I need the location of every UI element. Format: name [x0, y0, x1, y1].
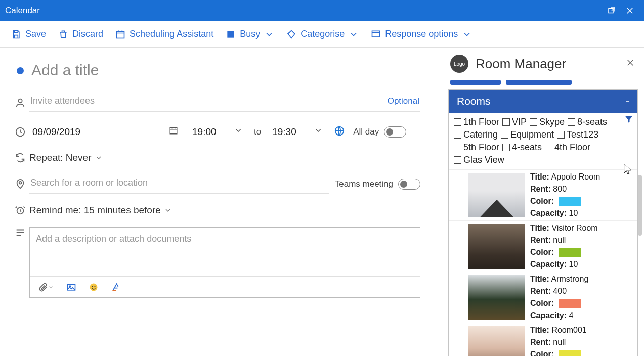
- event-color-dot: [17, 67, 24, 74]
- window-titlebar: Calendar: [0, 0, 644, 21]
- room-checkbox[interactable]: [454, 243, 461, 250]
- busy-dropdown[interactable]: Busy: [226, 29, 274, 39]
- filter-checkbox[interactable]: 1th Floor: [454, 117, 499, 127]
- svg-rect-1: [117, 31, 124, 38]
- clock-icon: [11, 126, 29, 138]
- filter-checkbox[interactable]: Catering: [454, 129, 498, 140]
- emoji-button[interactable]: [89, 282, 99, 292]
- repeat-dropdown[interactable]: Repeat: Never: [29, 152, 103, 163]
- room-checkbox[interactable]: [454, 192, 461, 199]
- room-image: [468, 224, 525, 269]
- close-pane-icon[interactable]: [626, 58, 635, 70]
- command-toolbar: Save Discard Scheduling Assistant Busy C…: [0, 21, 644, 48]
- save-button[interactable]: Save: [11, 29, 46, 39]
- room-list: Title: Appolo RoomRent: 800Color: Capaci…: [449, 169, 637, 356]
- repeat-icon: [11, 152, 29, 163]
- timezone-icon[interactable]: [334, 125, 345, 139]
- room-info: Title: Appolo RoomRent: 800Color: Capaci…: [530, 171, 634, 219]
- svg-point-4: [18, 99, 22, 103]
- svg-rect-0: [609, 9, 613, 13]
- svg-point-13: [92, 286, 93, 287]
- title-input[interactable]: [29, 59, 420, 82]
- room-manager-pane: Logo Room Manager Rooms -: [441, 48, 644, 356]
- room-manager-title: Room Manager: [476, 56, 619, 72]
- room-item: Title: Room001Rent: nullColor: Capacity:…: [449, 323, 637, 356]
- room-info: Title: Room001Rent: nullColor: Capacity:…: [530, 324, 634, 356]
- insert-image-button[interactable]: [66, 282, 76, 292]
- scrollbar[interactable]: [638, 155, 643, 356]
- svg-rect-6: [170, 128, 177, 134]
- location-icon: [11, 179, 29, 190]
- room-item: Title: Visitor RoomRent: nullColor: Capa…: [449, 220, 637, 272]
- description-toolbar: [30, 276, 420, 297]
- filter-checkbox[interactable]: Equipment: [501, 129, 554, 140]
- filter-checkbox[interactable]: 4-seats: [502, 142, 542, 153]
- teams-meeting-toggle[interactable]: [398, 179, 420, 190]
- chevron-down-icon: [234, 126, 243, 138]
- filter-checkbox[interactable]: Glas View: [454, 155, 504, 165]
- action-pill[interactable]: [506, 80, 572, 85]
- room-item: Title: Appolo RoomRent: 800Color: Capaci…: [449, 169, 637, 220]
- optional-button[interactable]: Optional: [388, 96, 419, 106]
- filter-checkbox[interactable]: 4th Floor: [545, 142, 590, 153]
- categorise-dropdown[interactable]: Categorise: [286, 29, 359, 39]
- room-info: Title: ArmstrongRent: 400Color: Capacity…: [530, 273, 634, 322]
- room-filters: 1th FloorVIPSkype8-seatsCateringEquipmen…: [449, 113, 637, 169]
- svg-rect-2: [227, 31, 234, 37]
- room-image: [468, 326, 525, 356]
- calendar-icon: [169, 126, 178, 138]
- room-checkbox[interactable]: [454, 294, 461, 301]
- close-icon[interactable]: [621, 2, 639, 20]
- svg-rect-3: [372, 31, 380, 37]
- discard-button[interactable]: Discard: [58, 29, 103, 39]
- filter-checkbox[interactable]: Skype: [530, 117, 565, 127]
- teams-meeting-label: Teams meeting: [335, 179, 393, 189]
- rooms-panel-header[interactable]: Rooms -: [449, 90, 637, 113]
- svg-point-8: [19, 182, 22, 184]
- action-pill[interactable]: [450, 80, 501, 85]
- filter-checkbox[interactable]: 8-seats: [568, 117, 607, 127]
- room-info: Title: Visitor RoomRent: nullColor: Capa…: [530, 222, 634, 271]
- description-input[interactable]: [30, 228, 420, 276]
- event-editor: Optional 09/09/2019 19:00 to: [0, 48, 441, 356]
- room-image: [468, 173, 525, 217]
- filter-checkbox[interactable]: 5th Floor: [454, 142, 499, 153]
- allday-label: All day: [353, 127, 379, 137]
- response-options-dropdown[interactable]: Response options: [371, 29, 472, 39]
- description-icon: [11, 227, 29, 238]
- filter-checkbox[interactable]: VIP: [502, 117, 527, 127]
- people-icon: [11, 97, 29, 108]
- start-time-input[interactable]: 19:00: [189, 123, 246, 141]
- window-title: Calendar: [5, 6, 40, 16]
- chevron-down-icon: [314, 126, 323, 138]
- svg-point-14: [95, 286, 96, 287]
- to-label: to: [254, 127, 261, 137]
- reminder-dropdown[interactable]: Remind me: 15 minutes before: [29, 205, 172, 216]
- room-item: Title: ArmstrongRent: 400Color: Capacity…: [449, 272, 637, 323]
- collapse-icon[interactable]: -: [626, 95, 629, 108]
- location-input[interactable]: [29, 174, 329, 194]
- filter-icon[interactable]: [624, 115, 633, 126]
- svg-point-12: [90, 283, 98, 291]
- room-image: [468, 275, 525, 320]
- reminder-icon: [11, 205, 29, 216]
- room-manager-action-bar: [441, 80, 644, 89]
- filter-checkbox[interactable]: Test123: [557, 129, 598, 140]
- popout-icon[interactable]: [603, 2, 621, 20]
- room-checkbox[interactable]: [454, 345, 461, 352]
- attendees-input[interactable]: [30, 96, 388, 106]
- room-manager-logo: Logo: [450, 55, 468, 73]
- attach-button[interactable]: [38, 282, 54, 292]
- allday-toggle[interactable]: [384, 126, 406, 138]
- formatting-button[interactable]: [111, 282, 121, 292]
- date-input[interactable]: 09/09/2019: [29, 123, 181, 141]
- end-time-input[interactable]: 19:30: [269, 123, 326, 141]
- scheduling-assistant-button[interactable]: Scheduling Assistant: [115, 29, 213, 39]
